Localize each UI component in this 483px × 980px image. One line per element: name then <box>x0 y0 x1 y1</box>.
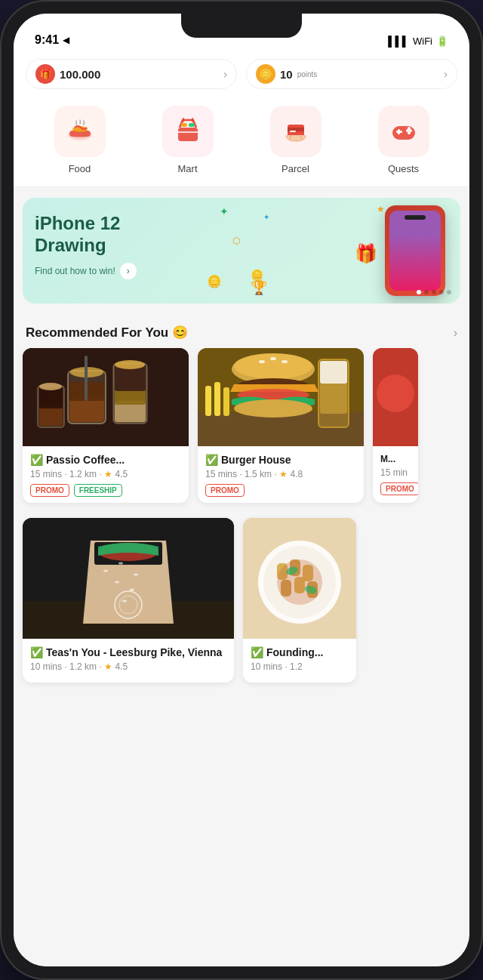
wifi-icon: WiFi <box>413 35 432 47</box>
svg-point-60 <box>122 600 127 602</box>
svg-rect-49 <box>223 387 229 416</box>
restaurant-cards-row1: ✅ Passio Coffee... 15 mins · 1.2 km · ★ … <box>14 348 469 515</box>
categories-section: Food <box>14 97 469 187</box>
burger-name: ✅ Burger House <box>205 454 356 466</box>
burger-star-icon: ★ <box>279 469 288 479</box>
recommended-arrow-icon[interactable]: › <box>454 326 457 340</box>
svg-rect-6 <box>189 123 195 127</box>
burger-name-text: Burger House <box>221 454 291 466</box>
third-name-text: M... <box>380 454 395 464</box>
svg-point-56 <box>118 562 123 565</box>
food-label: Food <box>69 163 91 174</box>
burger-card-info: ✅ Burger House 15 mins · 1.5 km · ★ 4.8 <box>198 446 364 503</box>
founding-card-info: ✅ Founding... 10 mins · 1.2 <box>243 639 356 683</box>
svg-point-43 <box>281 360 288 363</box>
founding-name: ✅ Founding... <box>251 646 349 658</box>
phone-frame: 9:41 ◀ ▌▌▌ WiFi 🔋 🎁 100.000 › 🪙 10 <box>0 0 483 980</box>
third-card-info: M... 15 min PROMO <box>373 446 418 501</box>
banner-cta: Find out how to win! › <box>35 263 448 279</box>
founding-image <box>243 518 356 639</box>
category-food[interactable]: Food <box>54 106 106 174</box>
parcel-icon <box>280 116 312 147</box>
points-arrow-icon: › <box>444 68 448 80</box>
third-illustration <box>373 348 418 446</box>
burger-image <box>198 348 364 446</box>
phone-screen: 9:41 ◀ ▌▌▌ WiFi 🔋 🎁 100.000 › 🪙 10 <box>14 14 469 966</box>
svg-point-55 <box>103 570 108 572</box>
svg-rect-38 <box>320 361 347 384</box>
burger-promo-tag: PROMO <box>205 484 245 497</box>
svg-point-32 <box>39 383 62 390</box>
teasnyou-verified-icon: ✅ <box>30 646 43 658</box>
category-mart[interactable]: Mart <box>162 106 214 174</box>
svg-rect-13 <box>398 129 400 134</box>
passio-name: ✅ Passio Coffee... <box>30 454 181 466</box>
dot-2 <box>424 290 429 294</box>
svg-point-16 <box>408 131 411 134</box>
recommended-title: Recommended For You 😊 <box>26 325 188 341</box>
passio-rating: 4.5 <box>115 469 128 479</box>
teasnyou-distance: 1.2 km <box>69 661 97 672</box>
svg-rect-4 <box>178 128 198 141</box>
teasnyou-image <box>23 518 234 639</box>
balance-pill[interactable]: 🎁 100.000 › <box>26 59 237 89</box>
svg-point-73 <box>277 559 322 605</box>
points-icon: 🪙 <box>256 64 275 84</box>
banner-cta-text: Find out how to win! <box>35 266 115 276</box>
signal-icon: ▌▌▌ <box>388 35 409 47</box>
passio-tags: PROMO FREESHIP <box>30 484 181 497</box>
svg-point-57 <box>134 574 138 576</box>
banner-cta-circle: › <box>120 263 137 279</box>
passio-card-info: ✅ Passio Coffee... 15 mins · 1.2 km · ★ … <box>23 446 189 503</box>
svg-rect-11 <box>392 126 415 140</box>
top-bar: 🎁 100.000 › 🪙 10 points › <box>14 51 469 97</box>
dot-1 <box>417 290 421 294</box>
balance-amount: 100.000 <box>60 68 100 81</box>
status-icons: ▌▌▌ WiFi 🔋 <box>388 35 448 47</box>
phone-notch <box>181 14 302 38</box>
teasnyou-star-icon: ★ <box>104 661 112 672</box>
restaurant-card-burger[interactable]: ✅ Burger House 15 mins · 1.5 km · ★ 4.8 <box>198 348 364 503</box>
svg-point-58 <box>115 581 119 584</box>
svg-rect-31 <box>39 387 63 408</box>
burger-tags: PROMO <box>205 484 356 497</box>
svg-rect-48 <box>214 382 220 416</box>
svg-rect-10 <box>290 131 296 132</box>
burger-time: 15 mins <box>205 469 237 479</box>
svg-point-51 <box>377 374 414 412</box>
passio-freeship-tag: FREESHIP <box>74 484 122 497</box>
restaurant-cards-row2: ✅ Teas'n You - Leesburg Pike, Vienna 10 … <box>14 515 469 695</box>
restaurant-card-teasnyou[interactable]: ✅ Teas'n You - Leesburg Pike, Vienna 10 … <box>23 518 234 683</box>
promo-banner[interactable]: iPhone 12 Drawing Find out how to win! ›… <box>23 198 460 304</box>
dot-5 <box>447 290 451 294</box>
dot-3 <box>432 290 436 294</box>
mart-label: Mart <box>178 163 198 174</box>
parcel-icon-wrap <box>270 106 321 157</box>
restaurant-card-third[interactable]: M... 15 min PROMO <box>373 348 418 503</box>
battery-icon: 🔋 <box>436 35 448 47</box>
svg-point-41 <box>259 360 265 363</box>
category-parcel[interactable]: Parcel <box>270 106 321 174</box>
passio-promo-tag: PROMO <box>30 484 69 497</box>
passio-name-text: Passio Coffee... <box>46 454 125 466</box>
svg-point-42 <box>270 357 276 360</box>
burger-distance: 1.5 km <box>245 469 272 479</box>
restaurant-card-founding[interactable]: ✅ Founding... 10 mins · 1.2 <box>243 518 356 683</box>
burger-rating: 4.8 <box>290 469 303 479</box>
restaurant-card-passio[interactable]: ✅ Passio Coffee... 15 mins · 1.2 km · ★ … <box>23 348 189 503</box>
banner-text: iPhone 12 Drawing Find out how to win! › <box>35 213 448 279</box>
banner-title-line1: iPhone 12 <box>35 213 448 235</box>
teasnyou-name: ✅ Teas'n You - Leesburg Pike, Vienna <box>30 646 226 658</box>
burger-verified-icon: ✅ <box>205 454 218 466</box>
third-card-image <box>373 348 418 446</box>
founding-verified-icon: ✅ <box>251 646 263 658</box>
teasnyou-rating: 4.5 <box>115 661 128 672</box>
pasta-illustration <box>243 518 356 639</box>
svg-rect-28 <box>85 356 88 401</box>
category-quests[interactable]: Quests <box>378 106 429 174</box>
third-time: 15 min <box>380 467 408 478</box>
points-pill[interactable]: 🪙 10 points › <box>246 59 457 89</box>
teasnyou-time: 10 mins <box>30 661 62 672</box>
quests-label: Quests <box>388 163 419 174</box>
points-label: points <box>297 70 318 79</box>
